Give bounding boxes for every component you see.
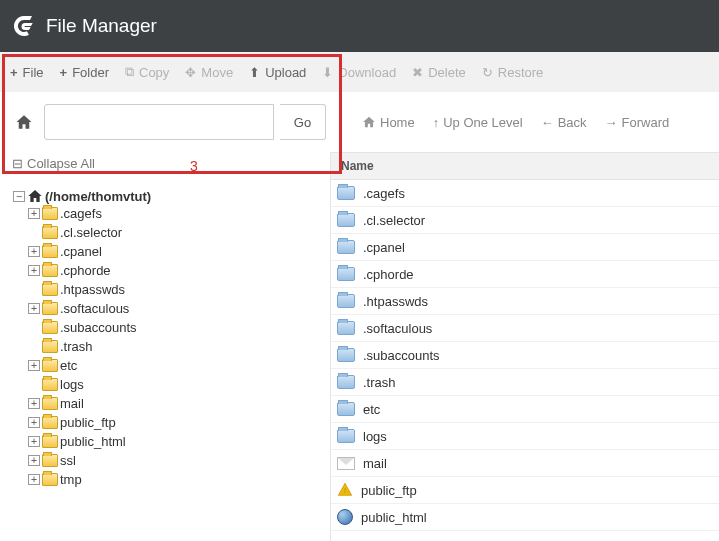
tree-item[interactable]: +mail — [28, 396, 320, 411]
nav-up-button[interactable]: ↑Up One Level — [433, 115, 523, 130]
file-row-label: .softaculous — [363, 321, 432, 336]
expand-toggle-icon[interactable]: + — [28, 436, 40, 447]
file-row[interactable]: .trash — [331, 369, 719, 396]
tree-item-label: etc — [60, 358, 77, 373]
nav-home-button[interactable]: Home — [362, 115, 415, 130]
upload-button[interactable]: ⬆Upload — [249, 65, 306, 80]
tree-item[interactable]: .trash — [28, 339, 320, 354]
download-label: Download — [338, 65, 396, 80]
file-row-label: .cphorde — [363, 267, 414, 282]
sidebar: ⊟ Collapse All − (/home/thomvtut) +.cage… — [0, 152, 330, 541]
collapse-all-button[interactable]: ⊟ Collapse All — [12, 156, 320, 171]
expand-toggle-icon[interactable]: + — [28, 474, 40, 485]
file-row[interactable]: .cl.selector — [331, 207, 719, 234]
tree-item-label: public_ftp — [60, 415, 116, 430]
back-icon: ← — [541, 115, 554, 130]
expand-toggle-icon[interactable]: + — [28, 208, 40, 219]
tree-item[interactable]: +tmp — [28, 472, 320, 487]
tree-item[interactable]: .cl.selector — [28, 225, 320, 240]
restore-button[interactable]: ↻Restore — [482, 65, 544, 80]
folder-icon — [337, 321, 355, 335]
file-row-label: .subaccounts — [363, 348, 440, 363]
nav-back-button[interactable]: ←Back — [541, 115, 587, 130]
file-row[interactable]: !public_ftp — [331, 477, 719, 504]
folder-icon — [42, 264, 58, 277]
tree-item[interactable]: logs — [28, 377, 320, 392]
file-row[interactable]: public_html — [331, 504, 719, 531]
move-button[interactable]: ✥Move — [185, 65, 233, 80]
tree-item[interactable]: .subaccounts — [28, 320, 320, 335]
new-folder-button[interactable]: +Folder — [60, 65, 109, 80]
expand-toggle-icon[interactable]: + — [28, 265, 40, 276]
tree-item-label: .cphorde — [60, 263, 111, 278]
folder-icon — [42, 245, 58, 258]
copy-button[interactable]: ⧉Copy — [125, 64, 169, 80]
mail-icon — [337, 457, 355, 470]
file-row[interactable]: .softaculous — [331, 315, 719, 342]
folder-icon — [337, 294, 355, 308]
copy-label: Copy — [139, 65, 169, 80]
tree-item-label: .subaccounts — [60, 320, 137, 335]
file-row[interactable]: .htpasswds — [331, 288, 719, 315]
tree-item[interactable]: +.softaculous — [28, 301, 320, 316]
tree-item-label: ssl — [60, 453, 76, 468]
tree-item[interactable]: +.cphorde — [28, 263, 320, 278]
expand-toggle-icon — [28, 341, 40, 352]
folder-icon — [42, 397, 58, 410]
download-button[interactable]: ⬇Download — [322, 65, 396, 80]
tree-item-label: .htpasswds — [60, 282, 125, 297]
column-header-name[interactable]: Name — [331, 152, 719, 180]
tree-item[interactable]: +.cpanel — [28, 244, 320, 259]
file-row[interactable]: .cpanel — [331, 234, 719, 261]
nav-up-label: Up One Level — [443, 115, 523, 130]
restore-label: Restore — [498, 65, 544, 80]
new-file-button[interactable]: +File — [10, 65, 44, 80]
go-button[interactable]: Go — [280, 104, 326, 140]
folder-icon — [42, 321, 58, 334]
expand-toggle-icon[interactable]: + — [28, 246, 40, 257]
expand-toggle-icon — [28, 379, 40, 390]
expand-toggle-icon[interactable]: + — [28, 360, 40, 371]
expand-toggle-icon — [28, 284, 40, 295]
tree-item[interactable]: +.cagefs — [28, 206, 320, 221]
expand-toggle-icon[interactable]: + — [28, 303, 40, 314]
nav-forward-button[interactable]: →Forward — [605, 115, 670, 130]
file-row[interactable]: logs — [331, 423, 719, 450]
tree-item[interactable]: +public_html — [28, 434, 320, 449]
main-toolbar: +File +Folder ⧉Copy ✥Move ⬆Upload ⬇Downl… — [0, 52, 719, 92]
expand-toggle-icon[interactable]: + — [28, 455, 40, 466]
folder-icon — [42, 283, 58, 296]
collapse-label: Collapse All — [27, 156, 95, 171]
download-icon: ⬇ — [322, 65, 333, 80]
file-row[interactable]: .cagefs — [331, 180, 719, 207]
folder-tree: − (/home/thomvtut) +.cagefs.cl.selector+… — [10, 186, 320, 491]
expand-toggle-icon — [28, 227, 40, 238]
file-row[interactable]: .subaccounts — [331, 342, 719, 369]
file-row[interactable]: etc — [331, 396, 719, 423]
file-row[interactable]: mail — [331, 450, 719, 477]
tree-item[interactable]: +ssl — [28, 453, 320, 468]
tree-root[interactable]: − (/home/thomvtut) — [13, 188, 320, 204]
file-row-label: .htpasswds — [363, 294, 428, 309]
expand-toggle-icon[interactable]: + — [28, 417, 40, 428]
file-row-label: .cpanel — [363, 240, 405, 255]
tree-item-label: .cl.selector — [60, 225, 122, 240]
delete-button[interactable]: ✖Delete — [412, 65, 466, 80]
delete-icon: ✖ — [412, 65, 423, 80]
file-row-label: .cl.selector — [363, 213, 425, 228]
path-input[interactable] — [44, 104, 274, 140]
file-row[interactable]: .cphorde — [331, 261, 719, 288]
tree-item[interactable]: +public_ftp — [28, 415, 320, 430]
folder-icon — [337, 267, 355, 281]
folder-icon — [337, 375, 355, 389]
tree-item[interactable]: .htpasswds — [28, 282, 320, 297]
expand-toggle-icon[interactable]: + — [28, 398, 40, 409]
move-label: Move — [201, 65, 233, 80]
collapse-toggle-icon[interactable]: − — [13, 191, 25, 202]
nav-forward-label: Forward — [622, 115, 670, 130]
home-icon-button[interactable] — [10, 104, 38, 140]
folder-icon — [42, 359, 58, 372]
cpanel-logo-icon — [12, 14, 36, 38]
folder-icon — [337, 348, 355, 362]
tree-item[interactable]: +etc — [28, 358, 320, 373]
